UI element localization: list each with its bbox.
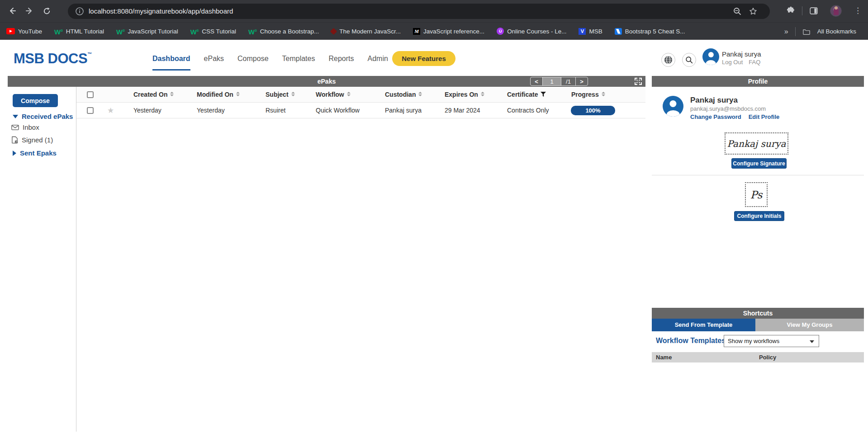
refresh-icon[interactable] bbox=[41, 5, 52, 17]
inbox-icon bbox=[11, 124, 19, 131]
sort-icon bbox=[418, 92, 422, 96]
compose-button[interactable]: Compose bbox=[13, 94, 58, 107]
page-total-label: /1 bbox=[561, 77, 576, 85]
sidebar-item-signed[interactable]: Signed (1) bbox=[11, 136, 53, 144]
faq-link[interactable]: FAQ bbox=[749, 59, 760, 66]
bookmark-item-modern-javascript[interactable]: The Modern JavaScr... bbox=[331, 28, 401, 35]
language-globe-button[interactable] bbox=[661, 53, 675, 67]
nav-epaks[interactable]: ePaks bbox=[204, 55, 224, 71]
profile-avatar[interactable] bbox=[663, 96, 683, 117]
info-icon[interactable] bbox=[75, 7, 84, 16]
bookmark-item-javascript-tutorial[interactable]: W3 JavaScript Tutorial bbox=[116, 28, 178, 35]
nav-templates[interactable]: Templates bbox=[282, 55, 315, 71]
workflow-templates-label: Workflow Templates bbox=[656, 337, 726, 345]
cell-modified-on: Yesterday bbox=[197, 103, 225, 118]
workflow-filter-select[interactable]: Show my workflows bbox=[724, 335, 819, 347]
epaks-header-bar: ePaks < 1 /1 > bbox=[8, 76, 645, 87]
page-next-button[interactable]: > bbox=[576, 77, 588, 85]
col-header-workflow[interactable]: Workflow bbox=[316, 87, 351, 103]
cell-custodian: Pankaj surya bbox=[385, 103, 422, 118]
extensions-icon[interactable] bbox=[785, 6, 795, 16]
edit-profile-link[interactable]: Edit Profile bbox=[749, 113, 780, 120]
url-bar[interactable]: localhost:8080/mysignaturebook/app/dashb… bbox=[68, 4, 770, 19]
signature-text: Pankaj surya bbox=[727, 138, 786, 149]
zoom-indicator-icon[interactable] bbox=[733, 7, 742, 16]
row-checkbox[interactable] bbox=[87, 107, 94, 114]
nav-compose[interactable]: Compose bbox=[237, 55, 268, 71]
profile-name: Pankaj surya bbox=[690, 96, 738, 105]
sidebar-item-received-epaks[interactable]: Received ePaks bbox=[13, 113, 73, 120]
shortcuts-header: Shortcuts bbox=[652, 308, 864, 319]
bookmark-item-bootstrap-template[interactable]: W3 Choose a Bootstrap... bbox=[248, 28, 319, 35]
browser-toolbar: localhost:8080/mysignaturebook/app/dashb… bbox=[0, 0, 868, 22]
logout-link[interactable]: Log Out bbox=[722, 59, 743, 66]
side-panel-icon[interactable] bbox=[809, 6, 819, 16]
change-password-link[interactable]: Change Password bbox=[690, 113, 741, 120]
url-text[interactable]: localhost:8080/mysignaturebook/app/dashb… bbox=[89, 4, 233, 19]
col-header-progress[interactable]: Progress bbox=[571, 87, 605, 103]
main-navigation: Dashboard ePaks Compose Templates Report… bbox=[152, 55, 388, 71]
bookmark-item-css-tutorial[interactable]: W3 CSS Tutorial bbox=[190, 28, 236, 35]
col-header-expires-on[interactable]: Expires On bbox=[445, 87, 484, 103]
nav-dashboard[interactable]: Dashboard bbox=[152, 55, 190, 71]
fullscreen-expand-icon[interactable] bbox=[634, 77, 642, 85]
sidebar-item-sent-epaks[interactable]: Sent Epaks bbox=[13, 149, 57, 157]
new-features-button[interactable]: New Features bbox=[392, 51, 455, 66]
sidebar-item-inbox[interactable]: Inbox bbox=[11, 123, 39, 131]
nav-reports[interactable]: Reports bbox=[328, 55, 354, 71]
col-header-certificate[interactable]: Certificate bbox=[507, 87, 546, 103]
search-button[interactable] bbox=[682, 53, 696, 67]
signature-preview: Pankaj surya bbox=[725, 132, 788, 155]
initials-preview: Ps bbox=[745, 182, 768, 207]
expand-triangle-icon bbox=[13, 151, 16, 156]
col-header-modified-on[interactable]: Modified On bbox=[197, 87, 240, 103]
profile-panel: Profile Pankaj surya pankaj.surya@msbdoc… bbox=[652, 76, 864, 433]
bookmark-star-icon[interactable] bbox=[749, 7, 758, 16]
epak-table-row[interactable]: ★ Yesterday Yesterday Rsuiret Quick Work… bbox=[76, 103, 645, 118]
page-number-input[interactable]: 1 bbox=[542, 77, 561, 85]
col-header-created-on[interactable]: Created On bbox=[133, 87, 174, 103]
forward-icon[interactable] bbox=[24, 5, 35, 17]
bookmarks-overflow-chevron[interactable]: » bbox=[784, 28, 788, 36]
trademark-symbol: ™ bbox=[87, 52, 92, 56]
w3schools-icon: W3 bbox=[190, 28, 199, 35]
app-logo[interactable]: MSB DOCS™ bbox=[14, 51, 92, 67]
templates-table-header: Name Policy bbox=[652, 352, 864, 362]
w3schools-icon: W3 bbox=[116, 28, 125, 35]
tab-view-my-groups[interactable]: View My Groups bbox=[755, 319, 864, 331]
all-bookmarks-button[interactable]: All Bookmarks bbox=[817, 28, 856, 35]
tab-send-from-template[interactable]: Send From Template bbox=[652, 319, 755, 331]
bookmark-item-html-tutorial[interactable]: W3 HTML Tutorial bbox=[54, 28, 104, 35]
col-header-name: Name bbox=[656, 352, 672, 362]
col-header-policy: Policy bbox=[759, 352, 776, 362]
browser-menu-icon[interactable]: ⋮ bbox=[854, 5, 862, 16]
back-icon[interactable] bbox=[6, 5, 18, 17]
browser-profile-avatar[interactable] bbox=[830, 5, 842, 17]
favorite-star-icon[interactable]: ★ bbox=[107, 103, 114, 118]
col-header-subject[interactable]: Subject bbox=[266, 87, 295, 103]
profile-header: Profile bbox=[652, 76, 864, 87]
bookmark-item-youtube[interactable]: YouTube bbox=[6, 28, 42, 35]
shortcuts-tabs: Send From Template View My Groups bbox=[652, 319, 864, 331]
configure-initials-button[interactable]: Configure Initials bbox=[734, 211, 784, 221]
nav-admin[interactable]: Admin bbox=[367, 55, 388, 71]
cell-expires-on: 29 Mar 2024 bbox=[445, 103, 480, 118]
col-header-custodian[interactable]: Custodian bbox=[385, 87, 422, 103]
filter-funnel-icon[interactable] bbox=[541, 92, 546, 97]
bootstrap-icon bbox=[615, 28, 622, 35]
folder-icon bbox=[802, 28, 811, 35]
bookmark-item-bootstrap-cheatsheet[interactable]: Bootstrap 5 Cheat S... bbox=[615, 28, 685, 35]
search-icon bbox=[685, 56, 693, 64]
cell-subject[interactable]: Rsuiret bbox=[266, 103, 285, 118]
sort-icon bbox=[347, 92, 351, 96]
configure-signature-button[interactable]: Configure Signature bbox=[731, 158, 787, 169]
udemy-icon: Ü bbox=[497, 28, 504, 35]
javascript-info-icon bbox=[330, 28, 337, 35]
w3schools-icon: W3 bbox=[248, 28, 257, 35]
bookmark-item-javascript-reference[interactable]: M JavaScript reference... bbox=[413, 28, 484, 35]
bookmark-item-msb[interactable]: V MSB bbox=[579, 28, 602, 35]
select-all-checkbox[interactable] bbox=[87, 91, 94, 98]
page-prev-button[interactable]: < bbox=[531, 77, 542, 85]
bookmark-item-online-courses[interactable]: Ü Online Courses - Le... bbox=[497, 28, 566, 35]
user-avatar[interactable] bbox=[702, 48, 719, 65]
